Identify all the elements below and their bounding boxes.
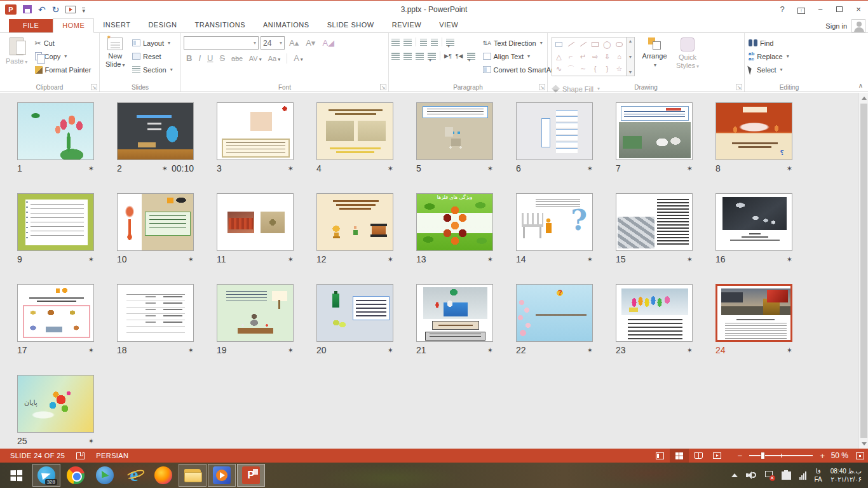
zoom-in-button[interactable]: +	[818, 451, 827, 461]
decrease-indent-icon[interactable]	[420, 39, 427, 46]
replace-button[interactable]: abac Replace	[749, 51, 789, 62]
slide-thumbnail-14[interactable]: ?	[516, 193, 593, 251]
slide-sorter-view-button[interactable]	[670, 449, 689, 463]
slide-thumbnail-11[interactable]	[217, 193, 294, 251]
slide-thumbnail-9[interactable]	[17, 193, 94, 251]
animation-star-icon[interactable]: ✶	[88, 437, 94, 445]
clipboard-dialog-launcher[interactable]: ↘	[91, 84, 97, 90]
columns-icon[interactable]	[467, 53, 475, 60]
copy-button[interactable]: Copy	[35, 51, 92, 62]
gallery-more-icon[interactable]: ▼	[628, 70, 633, 74]
animation-star-icon[interactable]: ✶	[88, 346, 94, 355]
zoom-out-button[interactable]: −	[736, 451, 745, 461]
line-shape-icon[interactable]	[567, 42, 574, 47]
slide-sorter-canvas[interactable]: 1✶2✶00:103✶4✶5✶6✶7✶؟8✶9✶10✶11✶12✶ویژگی ه…	[0, 93, 868, 449]
gallery-up-icon[interactable]: ▲	[628, 39, 633, 43]
vertical-scrollbar[interactable]	[858, 93, 868, 449]
strikethrough-button[interactable]: S	[217, 52, 227, 64]
animation-star-icon[interactable]: ✶	[288, 165, 294, 173]
animation-star-icon[interactable]: ✶	[587, 165, 593, 173]
scroll-up-icon[interactable]	[859, 93, 868, 103]
scrollbar-thumb[interactable]	[860, 104, 867, 438]
start-from-beginning-icon[interactable]	[65, 6, 76, 13]
taskbar-icon-media[interactable]	[208, 464, 236, 487]
help-button[interactable]: ?	[773, 3, 792, 17]
slide-thumbnail-1[interactable]	[17, 102, 94, 160]
rtl-direction-icon[interactable]: ¶◀	[456, 53, 463, 59]
layout-button[interactable]: Layout	[132, 37, 173, 48]
slide-thumbnail-5[interactable]	[416, 102, 493, 160]
line-spacing-icon[interactable]	[446, 39, 454, 46]
animation-star-icon[interactable]: ✶	[587, 346, 593, 355]
animation-star-icon[interactable]: ✶	[388, 255, 393, 264]
hidden-icons-chevron[interactable]	[731, 473, 738, 477]
ribbon-display-options-button[interactable]: ↑	[792, 3, 811, 17]
minimize-button[interactable]: −	[811, 3, 830, 17]
rectangle-shape-icon[interactable]	[592, 42, 599, 47]
reset-button[interactable]: Reset	[132, 51, 173, 62]
slide-thumbnail-19[interactable]	[217, 284, 294, 342]
drawing-dialog-launcher[interactable]: ↘	[736, 84, 742, 90]
animation-star-icon[interactable]: ✶	[188, 255, 194, 264]
animation-star-icon[interactable]: ✶	[162, 165, 168, 173]
taskbar-icon-explorer[interactable]	[179, 464, 207, 487]
tab-slide-show[interactable]: SLIDE SHOW	[318, 18, 383, 32]
animation-star-icon[interactable]: ✶	[687, 346, 693, 355]
taskbar-icon-powerpoint[interactable]: P	[237, 464, 265, 487]
animation-star-icon[interactable]: ✶	[787, 255, 792, 264]
grow-font-button[interactable]: A▴	[287, 37, 301, 49]
left-brace-shape-icon[interactable]: {	[594, 65, 597, 72]
slide-thumbnail-10[interactable]	[117, 193, 194, 251]
animation-star-icon[interactable]: ✶	[288, 255, 294, 264]
arc-shape-icon[interactable]: ⌒	[567, 65, 574, 72]
oval-shape-icon[interactable]: ◯	[603, 41, 611, 48]
tab-insert[interactable]: INSERT	[94, 18, 139, 32]
slide-thumbnail-25[interactable]: پایان	[17, 375, 94, 433]
animation-star-icon[interactable]: ✶	[687, 165, 693, 173]
animation-star-icon[interactable]: ✶	[687, 255, 693, 264]
new-slide-button[interactable]: New Slide	[102, 35, 128, 81]
paragraph-dialog-launcher[interactable]: ↘	[539, 84, 545, 90]
justify-icon[interactable]	[428, 53, 436, 60]
animation-star-icon[interactable]: ✶	[88, 165, 94, 173]
restore-button[interactable]	[830, 3, 849, 17]
find-button[interactable]: Find	[749, 37, 789, 48]
redo-icon[interactable]: ↻	[52, 4, 60, 15]
increase-indent-icon[interactable]	[431, 39, 438, 46]
bullets-icon[interactable]	[391, 39, 400, 46]
taskbar-icon-telegram[interactable]: 328	[32, 464, 60, 487]
arrow-shape-icon[interactable]	[580, 42, 586, 47]
slide-thumbnail-8[interactable]: ؟	[715, 102, 792, 160]
slide-thumbnail-24[interactable]	[715, 284, 792, 342]
tab-file[interactable]: FILE	[9, 19, 53, 32]
arrange-button[interactable]: Arrange	[639, 35, 670, 81]
animation-star-icon[interactable]: ✶	[487, 255, 493, 264]
character-spacing-button[interactable]: AV	[247, 53, 264, 64]
language-indicator[interactable]: PERSIAN	[96, 452, 128, 459]
zoom-slider-thumb[interactable]	[761, 452, 765, 459]
customize-qat-icon[interactable]: ▾	[82, 8, 85, 13]
font-size-combo[interactable]: 24▾	[261, 36, 285, 50]
taskbar-icon-chrome[interactable]	[62, 464, 90, 487]
battery-icon[interactable]	[782, 471, 791, 480]
animation-star-icon[interactable]: ✶	[288, 346, 294, 355]
slide-show-button[interactable]	[708, 449, 727, 463]
text-box-shape-icon[interactable]	[555, 42, 562, 47]
volume-icon[interactable]	[746, 471, 756, 480]
right-arrow-shape-icon[interactable]: ⇨	[592, 53, 598, 60]
animation-star-icon[interactable]: ✶	[787, 165, 792, 173]
rounded-rectangle-shape-icon[interactable]	[616, 42, 623, 47]
zoom-slider[interactable]	[749, 451, 813, 460]
slide-thumbnail-6[interactable]	[516, 102, 593, 160]
down-arrow-shape-icon[interactable]: ⇩	[604, 53, 610, 60]
slide-thumbnail-23[interactable]	[616, 284, 693, 342]
numbering-icon[interactable]	[403, 39, 412, 46]
gallery-down-icon[interactable]: ▼	[628, 55, 633, 59]
tab-animations[interactable]: ANIMATIONS	[254, 18, 318, 32]
animation-star-icon[interactable]: ✶	[88, 255, 94, 264]
taskbar-icon-ie[interactable]: e	[120, 464, 148, 487]
powerpoint-app-icon[interactable]: P	[5, 4, 17, 15]
font-name-combo[interactable]: ▾	[184, 36, 259, 50]
slide-thumbnail-7[interactable]	[616, 102, 693, 160]
section-button[interactable]: Section	[132, 64, 173, 75]
